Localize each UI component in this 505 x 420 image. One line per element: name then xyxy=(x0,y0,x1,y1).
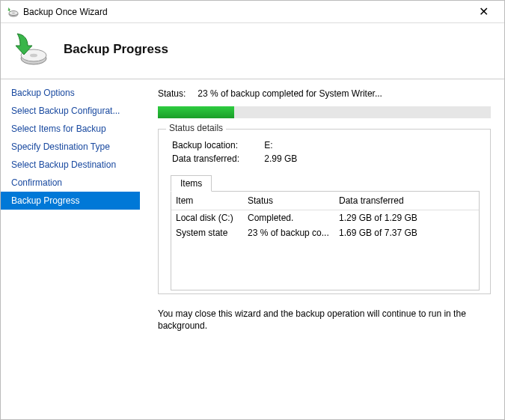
backup-location-value: E: xyxy=(264,140,272,150)
sidebar-item-label: Select Backup Destination xyxy=(11,159,116,170)
backup-arrow-disc-icon xyxy=(11,31,49,68)
cell-status: 23 % of backup co... xyxy=(243,225,334,240)
sidebar-item-select-destination[interactable]: Select Backup Destination xyxy=(1,156,140,174)
status-text: 23 % of backup completed for System Writ… xyxy=(198,88,382,99)
sidebar-item-backup-options[interactable]: Backup Options xyxy=(1,84,140,102)
main-panel: Status: 23 % of backup completed for Sys… xyxy=(140,79,504,407)
progress-fill xyxy=(158,106,234,118)
sidebar-item-select-config[interactable]: Select Backup Configurat... xyxy=(1,102,140,120)
page-title: Backup Progress xyxy=(64,42,168,57)
sidebar-item-label: Backup Progress xyxy=(11,195,79,206)
progress-bar xyxy=(158,106,491,118)
table-row[interactable]: System state 23 % of backup co... 1.69 G… xyxy=(171,225,479,240)
background-note: You may close this wizard and the backup… xyxy=(158,308,491,332)
column-header-item[interactable]: Item xyxy=(171,192,243,210)
sidebar-item-label: Confirmation xyxy=(11,177,62,188)
tab-items[interactable]: Items xyxy=(171,175,212,192)
svg-point-5 xyxy=(30,54,37,58)
sidebar-item-backup-progress[interactable]: Backup Progress xyxy=(1,192,140,210)
column-header-status[interactable]: Status xyxy=(243,192,334,210)
status-label: Status: xyxy=(158,88,195,99)
column-header-transferred[interactable]: Data transferred xyxy=(334,192,479,210)
wizard-header: Backup Progress xyxy=(1,23,504,79)
status-details-legend: Status details xyxy=(166,123,226,133)
close-button[interactable]: ✕ xyxy=(468,4,498,19)
sidebar-item-label: Backup Options xyxy=(11,88,75,98)
status-details-group: Status details Backup location: E: Data … xyxy=(158,129,491,294)
backup-location-label: Backup location: xyxy=(172,140,262,150)
table-row[interactable]: Local disk (C:) Completed. 1.29 GB of 1.… xyxy=(171,210,479,226)
window-title: Backup Once Wizard xyxy=(23,7,468,17)
data-transferred-label: Data transferred: xyxy=(172,153,262,164)
tab-label: Items xyxy=(180,178,202,189)
status-row: Status: 23 % of backup completed for Sys… xyxy=(158,88,491,99)
cell-transferred: 1.69 GB of 7.37 GB xyxy=(334,225,479,240)
sidebar-item-label: Specify Destination Type xyxy=(11,141,110,152)
cell-transferred: 1.29 GB of 1.29 GB xyxy=(334,210,479,226)
wizard-steps-sidebar: Backup Options Select Backup Configurat.… xyxy=(1,79,140,407)
cell-item: System state xyxy=(171,225,243,240)
wizard-buttons: < Previous Next > Close Cancel xyxy=(1,407,504,420)
app-icon xyxy=(7,6,19,18)
sidebar-item-label: Select Backup Configurat... xyxy=(11,106,120,116)
data-transferred-row: Data transferred: 2.99 GB xyxy=(172,153,483,164)
titlebar: Backup Once Wizard ✕ xyxy=(1,1,504,23)
cell-item: Local disk (C:) xyxy=(171,210,243,226)
data-transferred-value: 2.99 GB xyxy=(264,153,297,164)
items-table: Item Status Data transferred Local disk … xyxy=(171,191,480,290)
sidebar-item-select-items[interactable]: Select Items for Backup xyxy=(1,120,140,138)
backup-location-row: Backup location: E: xyxy=(172,140,483,150)
sidebar-item-label: Select Items for Backup xyxy=(11,124,106,134)
cell-status: Completed. xyxy=(243,210,334,226)
sidebar-item-destination-type[interactable]: Specify Destination Type xyxy=(1,138,140,156)
svg-point-2 xyxy=(12,12,15,13)
sidebar-item-confirmation[interactable]: Confirmation xyxy=(1,174,140,192)
